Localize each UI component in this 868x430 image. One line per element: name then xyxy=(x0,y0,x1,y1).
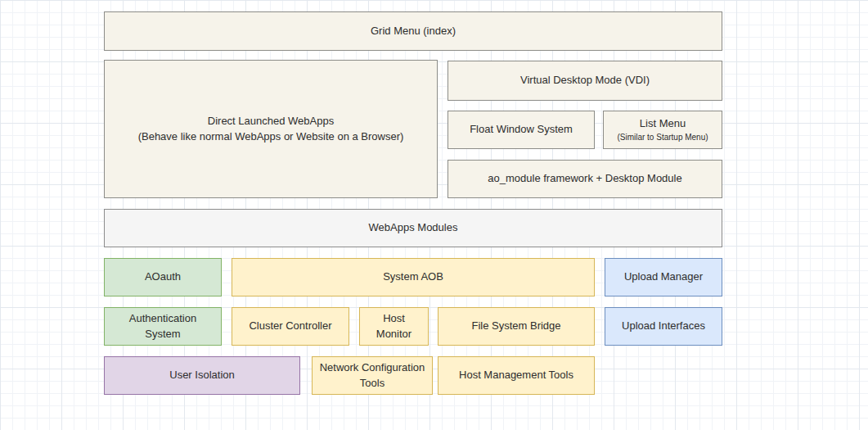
node-grid-menu: Grid Menu (index) xyxy=(104,11,722,51)
node-authentication-system-label: Authentication System xyxy=(111,311,214,341)
node-cluster-controller-label: Cluster Controller xyxy=(249,319,331,333)
node-list-menu-sublabel: (Similar to Startup Menu) xyxy=(617,132,708,143)
node-direct-launched-webapps-label: Direct Launched WebApps xyxy=(208,114,334,129)
node-upload-interfaces: Upload Interfaces xyxy=(605,307,722,346)
node-user-isolation: User Isolation xyxy=(104,356,300,395)
diagram-canvas: Grid Menu (index) Direct Launched WebApp… xyxy=(0,0,868,430)
node-list-menu: List Menu (Similar to Startup Menu) xyxy=(603,111,722,149)
node-webapps-modules: WebApps Modules xyxy=(104,209,722,247)
node-grid-menu-label: Grid Menu (index) xyxy=(371,24,456,38)
node-host-monitor: Host Monitor xyxy=(359,307,429,346)
node-host-monitor-label: Host Monitor xyxy=(367,311,421,341)
node-webapps-modules-label: WebApps Modules xyxy=(369,220,458,235)
node-cluster-controller: Cluster Controller xyxy=(232,307,349,346)
node-file-system-bridge-label: File System Bridge xyxy=(471,319,560,333)
node-aoauth-label: AOauth xyxy=(145,269,181,284)
node-float-window-system-label: Float Window System xyxy=(470,122,573,137)
node-virtual-desktop-mode-label: Virtual Desktop Mode (VDI) xyxy=(520,73,650,88)
node-system-aob: System AOB xyxy=(232,258,595,296)
node-direct-launched-webapps: Direct Launched WebApps (Behave like nor… xyxy=(104,60,438,198)
node-system-aob-label: System AOB xyxy=(383,269,443,284)
node-direct-launched-webapps-sublabel: (Behave like normal WebApps or Website o… xyxy=(138,129,404,144)
node-float-window-system: Float Window System xyxy=(447,111,595,149)
node-network-configuration-tools: Network Configuration Tools xyxy=(312,356,433,395)
node-ao-module-framework-label: ao_module framework + Desktop Module xyxy=(488,171,681,186)
node-list-menu-label: List Menu xyxy=(640,116,686,131)
node-host-management-tools-label: Host Management Tools xyxy=(459,368,573,382)
node-host-management-tools: Host Management Tools xyxy=(438,356,595,395)
node-file-system-bridge: File System Bridge xyxy=(438,307,595,346)
node-network-configuration-tools-label: Network Configuration Tools xyxy=(319,360,425,390)
node-ao-module-framework: ao_module framework + Desktop Module xyxy=(447,160,722,198)
node-virtual-desktop-mode: Virtual Desktop Mode (VDI) xyxy=(447,61,722,101)
node-upload-manager-label: Upload Manager xyxy=(624,269,703,284)
node-user-isolation-label: User Isolation xyxy=(169,368,234,382)
node-upload-manager: Upload Manager xyxy=(605,258,722,296)
node-authentication-system: Authentication System xyxy=(104,307,222,346)
node-upload-interfaces-label: Upload Interfaces xyxy=(622,319,705,333)
node-aoauth: AOauth xyxy=(104,258,222,296)
